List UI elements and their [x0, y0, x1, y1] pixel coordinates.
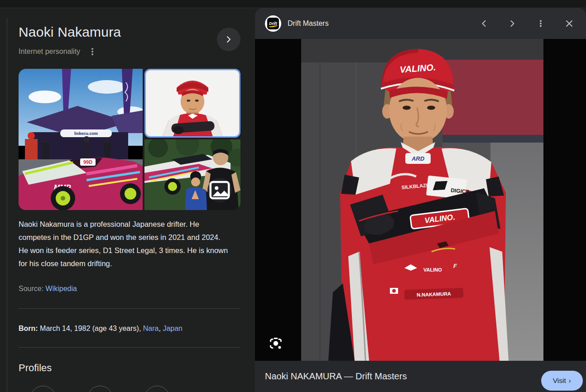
- divider: [19, 347, 240, 348]
- divider: [19, 308, 240, 309]
- viewer-header: Drift Drift Masters: [255, 8, 586, 39]
- portrait-thumbnail-illustration: [146, 70, 239, 136]
- born-label: Born:: [19, 325, 40, 332]
- born-row: Born: March 14, 1982 (age 43 years), Nar…: [19, 325, 183, 333]
- collage-photo-fans-with-car[interactable]: [144, 139, 240, 210]
- close-icon: [565, 19, 574, 28]
- car-number-text: 99D: [83, 159, 92, 165]
- driver-portrait-illustration: VALINO.: [301, 39, 543, 361]
- tent-banner-text: linkecu.com: [74, 131, 98, 136]
- born-japan-link[interactable]: Japan: [163, 325, 183, 332]
- kebab-menu-icon[interactable]: [88, 48, 96, 56]
- profile-avatar[interactable]: [144, 386, 170, 392]
- source-wikipedia-link[interactable]: Wikipedia: [46, 285, 77, 292]
- image-viewer-panel: Drift Drift Masters: [255, 8, 586, 392]
- profiles-heading: Profiles: [19, 362, 52, 374]
- favicon-text: Drift: [269, 21, 277, 26]
- viewer-site-name: Drift Masters: [288, 8, 329, 39]
- collage-photo-portrait-selected[interactable]: [144, 69, 240, 138]
- source-label: Source:: [19, 285, 46, 292]
- subtitle: Internet personality: [19, 48, 80, 56]
- svg-text:ARD: ARD: [411, 155, 425, 162]
- description-text: Naoki Nakamura is a professional Japanes…: [19, 218, 231, 270]
- viewer-stage: VALINO.: [255, 39, 586, 361]
- previous-image-button[interactable]: [475, 14, 493, 33]
- source-row: Source: Wikipedia: [19, 285, 77, 293]
- subtitle-row: Internet personality: [19, 47, 96, 57]
- site-favicon: Drift: [265, 15, 281, 32]
- viewer-footer: Naoki NAKAMURA — Drift Masters Visit ›: [255, 361, 586, 392]
- chevron-right-icon: [225, 36, 232, 43]
- svg-text:F: F: [453, 263, 457, 269]
- close-viewer-button[interactable]: [560, 14, 578, 33]
- image-stack-icon: [207, 178, 232, 202]
- main-image-naoki-nakamura[interactable]: VALINO.: [301, 39, 543, 361]
- page-title: Naoki Nakamura: [19, 24, 121, 40]
- expand-panel-button[interactable]: [217, 28, 240, 51]
- next-image-button[interactable]: [503, 14, 521, 33]
- google-lens-icon: [269, 337, 283, 350]
- image-collage: linkecu.com 99D MMP: [19, 69, 240, 210]
- image-caption: Naoki NAKAMURA — Drift Masters: [265, 361, 407, 392]
- search-image-with-lens-button[interactable]: [266, 334, 286, 354]
- viewer-menu-button[interactable]: [532, 14, 550, 33]
- profile-avatar[interactable]: [87, 386, 113, 392]
- svg-text:VALINO: VALINO: [423, 267, 442, 272]
- panel-left-divider: [7, 18, 7, 392]
- chevron-right-icon: ›: [569, 377, 571, 385]
- chevron-right-icon: [508, 19, 516, 28]
- born-value: March 14, 1982 (age 43 years),: [40, 325, 143, 332]
- chevron-left-icon: [480, 19, 488, 28]
- kebab-menu-icon: [537, 19, 545, 28]
- collage-photo-drift-car-paddock[interactable]: linkecu.com 99D MMP: [19, 69, 143, 210]
- visit-site-button[interactable]: Visit ›: [541, 371, 583, 391]
- top-edge-strip: [0, 0, 586, 8]
- born-nara-link[interactable]: Nara: [143, 325, 159, 332]
- more-images-button[interactable]: [207, 178, 232, 202]
- profile-avatar[interactable]: [30, 386, 56, 392]
- google-search-dark-page: Naoki Nakamura Internet personality: [0, 0, 586, 392]
- drift-masters-logo-icon: Drift: [267, 18, 279, 29]
- drift-car-paddock-illustration: linkecu.com 99D MMP: [19, 69, 143, 210]
- visit-label: Visit: [553, 377, 566, 385]
